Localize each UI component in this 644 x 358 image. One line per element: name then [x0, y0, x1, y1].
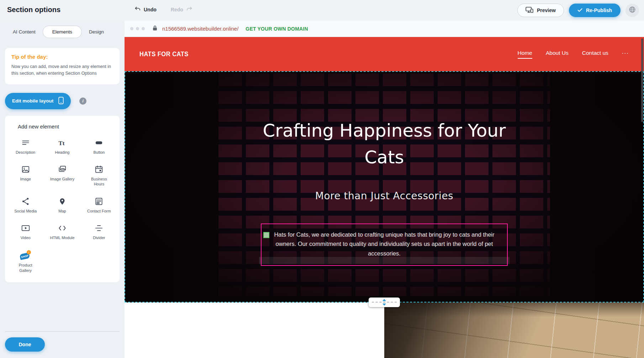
- redo-button[interactable]: Redo: [171, 6, 192, 12]
- nav-more-menu[interactable]: ...: [622, 48, 629, 60]
- undo-icon: [134, 6, 141, 12]
- element-image[interactable]: Image: [7, 165, 44, 187]
- element-video[interactable]: Video: [7, 223, 44, 240]
- element-label: Map: [58, 209, 66, 214]
- hero-vignette: [125, 72, 643, 302]
- social-media-icon: [21, 197, 30, 206]
- map-icon: [58, 197, 67, 206]
- page-title: Section options: [7, 6, 60, 14]
- element-heading[interactable]: Tt Heading: [44, 138, 80, 155]
- window-dot: [130, 27, 133, 30]
- preview-scrollbar[interactable]: [641, 38, 643, 122]
- site-logo[interactable]: HATS FOR CATS: [139, 51, 189, 58]
- site-url[interactable]: n1566589.websitebuilder.online/: [162, 26, 238, 32]
- undo-label: Undo: [144, 7, 157, 12]
- undo-redo-group: Undo Redo: [134, 6, 192, 12]
- site-nav: Home About Us Contact us ...: [518, 48, 629, 60]
- edit-mobile-layout-button[interactable]: Edit mobile layout: [5, 93, 71, 109]
- floor-photo-image[interactable]: [384, 302, 644, 358]
- next-section[interactable]: [125, 302, 644, 358]
- nav-home[interactable]: Home: [518, 50, 532, 59]
- add-element-panel: Add new element Description Tt Heading B…: [5, 116, 120, 282]
- lock-icon: [153, 25, 157, 32]
- tab-ai-content[interactable]: AI Content: [8, 26, 41, 38]
- element-label: Social Media: [14, 209, 37, 214]
- element-label: Heading: [55, 150, 70, 155]
- globe-icon: [628, 6, 636, 15]
- element-contact-form[interactable]: Contact Form: [81, 197, 117, 214]
- check-icon: [577, 7, 582, 13]
- window-dot: [136, 27, 139, 30]
- element-business-hours[interactable]: Business Hours: [81, 165, 117, 187]
- republish-label: Re-Publish: [586, 7, 612, 13]
- tip-title: Tip of the day:: [11, 54, 113, 60]
- hero-heading[interactable]: Crafting Happiness for Your Cats: [125, 117, 643, 171]
- republish-button[interactable]: Re-Publish: [569, 4, 621, 17]
- window-dots: [130, 27, 145, 30]
- done-button[interactable]: Done: [5, 337, 45, 352]
- edit-mobile-layout-label: Edit mobile layout: [12, 98, 53, 104]
- hero-subheading[interactable]: More than Just Accessories: [125, 190, 643, 202]
- selected-hero-section[interactable]: Crafting Happiness for Your Cats More th…: [125, 71, 644, 302]
- up-arrow-badge-icon: ↑: [27, 250, 31, 254]
- nav-about-us[interactable]: About Us: [546, 50, 569, 59]
- video-icon: [21, 223, 30, 233]
- element-label: HTML Module: [50, 235, 75, 240]
- heading-icon: Tt: [58, 138, 67, 147]
- topbar-actions: Preview Re-Publish: [517, 4, 639, 17]
- html-module-icon: [58, 223, 67, 233]
- sidebar-tabs: AI Content Elements Design: [8, 26, 120, 38]
- element-button[interactable]: Button: [81, 138, 117, 155]
- phone-icon: [58, 97, 64, 105]
- element-divider[interactable]: Divider: [81, 223, 117, 240]
- browser-address-bar: n1566589.websitebuilder.online/ GET YOUR…: [125, 21, 644, 37]
- tab-design[interactable]: Design: [84, 26, 109, 38]
- business-hours-icon: [94, 165, 104, 174]
- element-social-media[interactable]: Social Media: [7, 197, 44, 214]
- devices-icon: [526, 7, 533, 14]
- hero-paragraph-text: Hats for Cats, we are dedicated to craft…: [274, 231, 494, 257]
- site-preview-area: n1566589.websitebuilder.online/ GET YOUR…: [125, 21, 644, 358]
- element-label: Contact Form: [87, 209, 111, 214]
- hero-heading-text: Crafting Happiness for Your Cats: [260, 117, 509, 171]
- window-dot: [142, 27, 145, 30]
- svg-text:Tt: Tt: [58, 139, 65, 146]
- website-canvas: HATS FOR CATS Home About Us Contact us .…: [125, 37, 644, 358]
- section-resize-handle[interactable]: [369, 298, 400, 307]
- tip-body: Now you can add, move and resize any ele…: [11, 63, 113, 77]
- element-map[interactable]: Map: [44, 197, 80, 214]
- divider-icon: [94, 223, 104, 233]
- element-drag-handle[interactable]: [263, 232, 269, 238]
- undo-button[interactable]: Undo: [134, 6, 157, 12]
- section-options-sidebar: AI Content Elements Design Tip of the da…: [0, 21, 125, 358]
- element-label: Video: [21, 235, 31, 240]
- redo-icon: [186, 6, 192, 12]
- sidebar-divider: [5, 331, 120, 332]
- info-icon[interactable]: i: [79, 98, 86, 105]
- element-product-gallery[interactable]: SHOP ↑ Product Gallery: [7, 250, 44, 273]
- preview-button[interactable]: Preview: [517, 4, 564, 17]
- product-gallery-icon: SHOP ↑: [19, 250, 32, 260]
- element-label: Button: [93, 150, 105, 155]
- element-html-module[interactable]: HTML Module: [44, 223, 80, 240]
- add-element-title: Add new element: [18, 123, 117, 130]
- image-icon: [21, 165, 30, 174]
- element-label: Business Hours: [86, 177, 112, 187]
- element-image-gallery[interactable]: Image Gallery: [44, 165, 80, 187]
- tab-elements[interactable]: Elements: [43, 26, 82, 38]
- nav-contact-us[interactable]: Contact us: [582, 50, 608, 59]
- element-label: Description: [16, 150, 35, 155]
- element-label: Image Gallery: [50, 177, 74, 181]
- tip-of-the-day-card: Tip of the day: Now you can add, move an…: [5, 48, 120, 84]
- preview-label: Preview: [537, 7, 556, 13]
- button-icon: [94, 138, 104, 147]
- language-globe-button[interactable]: [625, 4, 639, 17]
- element-label: Image: [20, 177, 31, 181]
- get-domain-link[interactable]: GET YOUR OWN DOMAIN: [246, 26, 308, 32]
- element-description[interactable]: Description: [7, 138, 44, 155]
- resize-arrows-icon: [382, 299, 386, 306]
- selected-text-element[interactable]: Hats for Cats, we are dedicated to craft…: [261, 223, 508, 266]
- element-label: Product Gallery: [13, 263, 38, 273]
- top-toolbar: Section options Undo Redo Preview Re-P: [0, 0, 644, 21]
- site-header[interactable]: HATS FOR CATS Home About Us Contact us .…: [125, 37, 644, 71]
